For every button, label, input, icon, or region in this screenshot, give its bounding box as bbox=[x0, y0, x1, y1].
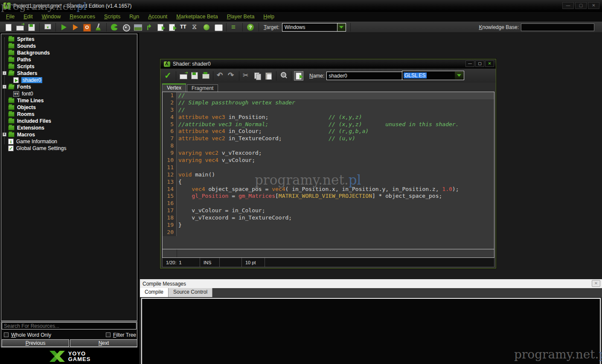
code-line[interactable]: 2// Simple passthrough vertex shader bbox=[163, 99, 494, 107]
shader-language-dropdown[interactable]: GLSL ES bbox=[402, 71, 464, 80]
tree-item-paths[interactable]: Paths bbox=[1, 56, 137, 63]
code-line[interactable]: 10varying vec4 v_vColour; bbox=[163, 157, 494, 164]
chevron-down-icon[interactable] bbox=[337, 23, 346, 31]
code-editor[interactable]: 1//2// Simple passthrough vertex shader3… bbox=[162, 92, 494, 249]
tab-compile[interactable]: Compile bbox=[140, 288, 169, 297]
whole-word-checkbox[interactable] bbox=[4, 332, 9, 337]
copy-icon[interactable] bbox=[253, 71, 262, 81]
tree-item-extensions[interactable]: Extensions bbox=[1, 124, 137, 131]
create-object-icon[interactable] bbox=[202, 23, 211, 32]
help-icon[interactable] bbox=[246, 23, 255, 32]
menu-help[interactable]: Help bbox=[263, 14, 274, 20]
menu-marketplace-beta[interactable]: Marketplace Beta bbox=[176, 14, 218, 20]
run-icon[interactable] bbox=[59, 23, 68, 32]
code-line[interactable]: 20 bbox=[163, 229, 494, 236]
tab-vertex[interactable]: Vertex bbox=[162, 84, 186, 92]
print-icon[interactable] bbox=[201, 71, 210, 81]
code-line[interactable]: 17 v_vColour = in_Colour; bbox=[163, 207, 494, 214]
code-line[interactable]: 12void main() bbox=[163, 171, 494, 179]
create-executable-icon[interactable] bbox=[43, 23, 52, 32]
tree-item-backgrounds[interactable]: Backgrounds bbox=[1, 49, 137, 56]
tree-item-macros[interactable]: +Macros bbox=[1, 131, 137, 138]
menu-scripts[interactable]: Scripts bbox=[104, 14, 120, 20]
new-project-icon[interactable] bbox=[4, 23, 13, 32]
code-line[interactable]: 11 bbox=[163, 164, 494, 171]
create-shader-icon[interactable] bbox=[168, 23, 177, 32]
close-button[interactable]: ✕ bbox=[588, 2, 599, 9]
menu-resources[interactable]: Resources bbox=[70, 14, 95, 20]
cut-icon[interactable] bbox=[242, 71, 251, 81]
tree-item-font0[interactable]: font0 bbox=[1, 90, 137, 97]
create-background-icon[interactable] bbox=[133, 23, 142, 32]
horizontal-scrollbar[interactable] bbox=[162, 249, 494, 258]
create-room-icon[interactable] bbox=[214, 23, 223, 32]
code-line[interactable]: 13{ bbox=[163, 179, 494, 186]
search-icon[interactable] bbox=[279, 71, 288, 81]
target-dropdown[interactable]: Windows bbox=[282, 23, 346, 32]
create-sprite-icon[interactable] bbox=[110, 23, 119, 32]
code-line[interactable]: 15 gl_Position = gm_Matrices[MATRIX_WORL… bbox=[163, 193, 494, 200]
create-path-icon[interactable] bbox=[145, 23, 154, 32]
apply-icon[interactable] bbox=[164, 71, 173, 81]
tab-source-control[interactable]: Source Control bbox=[169, 288, 212, 297]
open-icon[interactable] bbox=[179, 71, 188, 81]
menu-window[interactable]: Window bbox=[42, 14, 61, 20]
tree-item-included-files[interactable]: Included Files bbox=[1, 118, 137, 124]
code-line[interactable]: 4attribute vec3 in_Position; // (x,y,z) bbox=[163, 114, 494, 121]
clean-cache-icon[interactable] bbox=[94, 23, 103, 32]
knowledge-base-input[interactable] bbox=[521, 23, 594, 31]
next-button[interactable]: Next bbox=[70, 339, 137, 347]
maximize-button[interactable]: ▢ bbox=[575, 2, 587, 9]
script-mode-icon[interactable] bbox=[294, 71, 303, 81]
menu-run[interactable]: Run bbox=[129, 14, 139, 20]
code-line[interactable]: 16 bbox=[163, 200, 494, 207]
save-project-icon[interactable] bbox=[27, 23, 36, 32]
create-script-icon[interactable] bbox=[156, 23, 165, 32]
code-line[interactable]: 14 vec4 object_space_pos = vec4( in_Posi… bbox=[163, 186, 494, 193]
create-font-icon[interactable] bbox=[179, 23, 188, 32]
paste-icon[interactable] bbox=[264, 71, 273, 81]
previous-button[interactable]: Previous bbox=[2, 339, 69, 347]
code-line[interactable]: 1// bbox=[163, 92, 494, 99]
tree-item-shader0[interactable]: shader0 bbox=[1, 77, 137, 84]
code-line[interactable]: 18 v_vTexcoord = in_TextureCoord; bbox=[163, 214, 494, 222]
undo-icon[interactable] bbox=[216, 71, 225, 81]
menu-player-beta[interactable]: Player Beta bbox=[227, 14, 255, 20]
tree-item-game-information[interactable]: Game Information bbox=[1, 138, 137, 145]
code-line[interactable]: 6attribute vec4 in_Colour; // (r,g,b,a) bbox=[163, 128, 494, 135]
chevron-down-icon[interactable] bbox=[455, 72, 463, 79]
redo-icon[interactable] bbox=[227, 71, 236, 81]
save-icon[interactable] bbox=[190, 71, 199, 81]
maximize-button[interactable]: ▢ bbox=[475, 61, 484, 67]
tree-item-scripts[interactable]: Scripts bbox=[1, 63, 137, 70]
stop-icon[interactable] bbox=[82, 23, 91, 32]
tree-item-sprites[interactable]: Sprites bbox=[1, 36, 137, 43]
close-button[interactable]: ✕ bbox=[485, 61, 494, 67]
collapse-toggle[interactable]: - bbox=[3, 71, 6, 75]
menu-file[interactable]: File bbox=[6, 14, 15, 20]
expand-toggle[interactable]: + bbox=[3, 133, 6, 136]
shader-window-titlebar[interactable]: Shader: shader0 — ▢ ✕ bbox=[160, 59, 496, 69]
tree-item-objects[interactable]: Objects bbox=[1, 104, 137, 111]
tree-item-shaders[interactable]: -Shaders bbox=[1, 70, 137, 77]
code-line[interactable]: 3// bbox=[163, 107, 494, 114]
create-sound-icon[interactable] bbox=[122, 23, 131, 32]
search-input[interactable] bbox=[2, 322, 137, 329]
code-line[interactable]: 9varying vec2 v_vTexcoord; bbox=[163, 150, 494, 157]
filter-tree-checkbox[interactable] bbox=[106, 332, 111, 337]
code-line[interactable]: 19} bbox=[163, 222, 494, 229]
open-project-icon[interactable] bbox=[15, 23, 24, 32]
menu-edit[interactable]: Edit bbox=[23, 14, 33, 20]
tree-item-sounds[interactable]: Sounds bbox=[1, 43, 137, 49]
close-icon[interactable]: ✕ bbox=[592, 280, 600, 287]
minimize-button[interactable]: — bbox=[465, 61, 474, 67]
collapse-toggle[interactable]: - bbox=[3, 85, 6, 89]
tree-item-global-game-settings[interactable]: Global Game Settings bbox=[1, 145, 137, 152]
run-debug-icon[interactable] bbox=[71, 23, 80, 32]
extension-packages-icon[interactable] bbox=[230, 23, 239, 32]
code-line[interactable]: 7attribute vec2 in_TextureCoord; // (u,v… bbox=[163, 135, 494, 142]
code-line[interactable]: 8 bbox=[163, 142, 494, 150]
tab-fragment[interactable]: Fragment bbox=[187, 84, 218, 92]
minimize-button[interactable]: — bbox=[562, 2, 574, 9]
tree-item-fonts[interactable]: -Fonts bbox=[1, 84, 137, 90]
